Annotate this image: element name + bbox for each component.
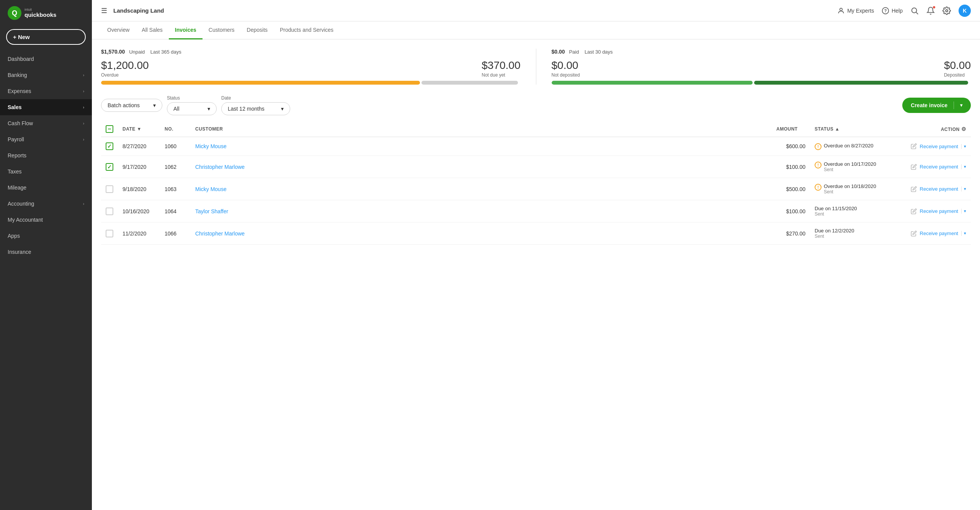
cell-check: ✓ [101,137,118,156]
toolbar: Batch actions ▾ Status All ▾ Date Last 1… [101,95,971,115]
receive-payment-dropdown-arrow[interactable]: ▾ [961,144,966,149]
tab-all-sales[interactable]: All Sales [136,21,168,39]
receive-payment-link[interactable]: Receive payment [920,164,958,170]
tab-invoices[interactable]: Invoices [169,21,203,39]
gear-icon [942,7,951,15]
receive-payment-dropdown-arrow[interactable]: ▾ [961,186,966,191]
column-header-status[interactable]: STATUS ▲ [810,121,887,137]
table-row: ✓ 8/27/2020 1060 Micky Mouse $600.00 ! O… [101,137,971,156]
cell-no: 1062 [160,156,191,178]
row-checkbox[interactable] [106,185,113,193]
sidebar-item-taxes[interactable]: Taxes [0,163,92,180]
cell-action: Receive payment ▾ [887,178,971,200]
table-row: 9/18/2020 1063 Micky Mouse $500.00 ! Ove… [101,178,971,200]
hamburger-menu-icon[interactable]: ☰ [101,7,107,15]
status-filter-group: Status All ▾ [167,95,217,115]
date-filter-label: Date [221,95,290,101]
batch-actions-dropdown[interactable]: Batch actions ▾ [101,99,162,112]
cell-status: ! Overdue on 10/18/2020 Sent [810,178,887,200]
sidebar-item-label: Insurance [8,249,31,255]
create-invoice-label: Create invoice [911,102,952,108]
receive-payment-dropdown-arrow[interactable]: ▾ [961,231,966,236]
overdue-segment [101,81,420,85]
warning-icon: ! [815,184,822,191]
settings-button[interactable] [942,7,951,15]
status-sub: Sent [815,211,882,217]
edit-icon[interactable] [911,208,917,214]
table-settings-icon[interactable]: ⚙ [961,126,967,132]
column-header-no[interactable]: NO. [160,121,191,137]
cell-customer[interactable]: Taylor Shaffer [191,200,772,222]
my-experts-label: My Experts [847,8,874,14]
chevron-right-icon: › [83,73,84,77]
edit-icon[interactable] [911,230,917,237]
sidebar-item-label: Banking [8,72,27,78]
sidebar-item-label: Taxes [8,168,22,175]
cell-customer[interactable]: Christopher Marlowe [191,156,772,178]
svg-line-6 [916,12,918,14]
edit-icon[interactable] [911,143,917,149]
overdue-label: Overdue [101,72,149,78]
row-checkbox[interactable]: ✓ [106,142,113,150]
checkmark-icon: ✓ [107,143,112,149]
cell-action: Receive payment ▾ [887,222,971,245]
sidebar-item-insurance[interactable]: Insurance [0,244,92,260]
tab-customers[interactable]: Customers [203,21,241,39]
tab-overview[interactable]: Overview [101,21,136,39]
cell-no: 1066 [160,222,191,245]
date-value: Last 12 months [228,106,265,112]
row-checkbox[interactable]: ✓ [106,163,113,171]
user-avatar[interactable]: K [959,5,971,17]
status-dropdown[interactable]: All ▾ [167,102,217,115]
search-button[interactable] [910,7,919,15]
sidebar-item-payroll[interactable]: Payroll › [0,131,92,147]
cell-customer[interactable]: Micky Mouse [191,137,772,156]
chevron-right-icon: › [83,105,84,110]
row-checkbox[interactable] [106,208,113,215]
receive-payment-link[interactable]: Receive payment [920,208,958,214]
receive-payment-dropdown-arrow[interactable]: ▾ [961,209,966,214]
edit-icon[interactable] [911,186,917,192]
cell-amount: $600.00 [772,137,810,156]
column-header-date[interactable]: DATE ▼ [118,121,160,137]
sidebar-item-apps[interactable]: Apps [0,228,92,244]
sidebar-item-mileage[interactable]: Mileage [0,180,92,196]
sidebar-item-banking[interactable]: Banking › [0,67,92,83]
not-due-amount: $370.00 [482,59,520,72]
notifications-button[interactable] [926,7,935,15]
sidebar-item-label: Mileage [8,185,26,191]
row-checkbox[interactable] [106,230,113,237]
my-experts-button[interactable]: My Experts [837,7,874,15]
status-main: Overdue on 8/27/2020 [824,143,873,149]
sidebar-item-accounting[interactable]: Accounting › [0,196,92,212]
not-due-label: Not due yet [482,72,520,78]
sidebar-item-label: Apps [8,233,20,239]
sidebar-item-dashboard[interactable]: Dashboard [0,51,92,67]
status-main: Overdue on 10/18/2020 [824,183,876,189]
select-all-checkbox[interactable]: − [106,125,113,133]
help-button[interactable]: ? Help [882,7,903,15]
svg-point-5 [912,8,917,13]
sidebar-item-my-accountant[interactable]: My Accountant [0,212,92,228]
chevron-down-icon[interactable]: ▾ [956,103,962,108]
sidebar-item-reports[interactable]: Reports [0,147,92,163]
sidebar-item-cashflow[interactable]: Cash Flow › [0,115,92,131]
button-separator [954,101,954,109]
create-invoice-button[interactable]: Create invoice ▾ [902,98,971,113]
chevron-down-icon: ▾ [153,102,156,108]
edit-icon[interactable] [911,164,917,170]
receive-payment-link[interactable]: Receive payment [920,230,958,236]
receive-payment-link[interactable]: Receive payment [920,186,958,192]
receive-payment-link[interactable]: Receive payment [920,144,958,149]
receive-payment-dropdown-arrow[interactable]: ▾ [961,164,966,169]
cell-customer[interactable]: Micky Mouse [191,178,772,200]
notification-dot [933,6,936,9]
sidebar-item-expenses[interactable]: Expenses › [0,83,92,99]
date-dropdown[interactable]: Last 12 months ▾ [221,102,290,115]
cell-customer[interactable]: Christopher Marlowe [191,222,772,245]
sidebar-item-sales[interactable]: Sales › [0,99,92,115]
tab-products-services[interactable]: Products and Services [274,21,340,39]
cell-check [101,222,118,245]
new-button[interactable]: + New [6,29,86,45]
tab-deposits[interactable]: Deposits [241,21,274,39]
